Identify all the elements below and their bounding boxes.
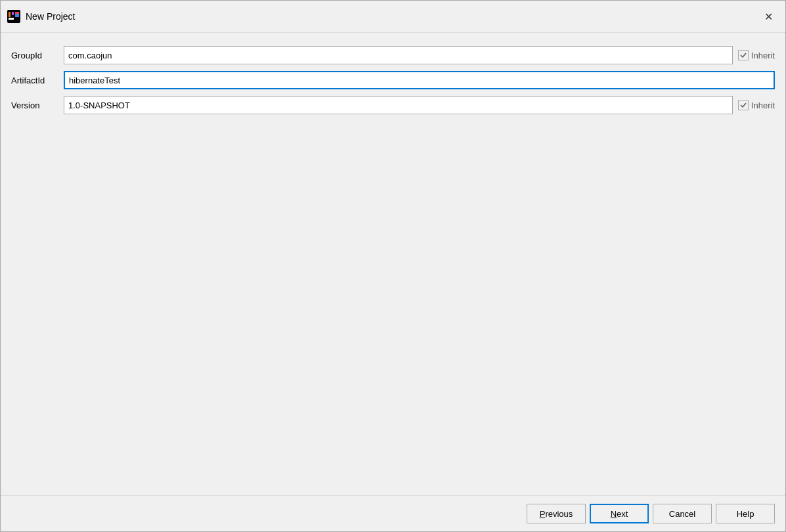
- artifact-id-label: ArtifactId: [11, 76, 64, 85]
- next-label: Next: [611, 509, 628, 519]
- bottom-bar: Previous Next Cancel Help: [1, 495, 785, 531]
- artifact-id-row: ArtifactId: [11, 71, 775, 89]
- svg-rect-1: [9, 18, 14, 20]
- svg-rect-2: [9, 12, 11, 17]
- cancel-label: Cancel: [669, 509, 695, 519]
- version-inherit-container: Inherit: [738, 100, 775, 110]
- next-button[interactable]: Next: [590, 504, 649, 523]
- previous-button[interactable]: Previous: [527, 504, 586, 523]
- version-input[interactable]: [64, 96, 733, 114]
- svg-rect-5: [15, 12, 19, 14]
- title-bar: New Project ✕: [1, 1, 785, 33]
- close-icon: ✕: [764, 11, 773, 23]
- group-id-label: GroupId: [11, 51, 64, 60]
- close-button[interactable]: ✕: [759, 7, 777, 26]
- version-label: Version: [11, 100, 64, 110]
- version-inherit-label: Inherit: [751, 100, 775, 110]
- new-project-dialog: New Project ✕ GroupId Inherit ArtifactId: [0, 0, 786, 532]
- previous-label: Previous: [540, 509, 573, 519]
- group-id-row: GroupId Inherit: [11, 46, 775, 64]
- content-area: GroupId Inherit ArtifactId Version: [1, 33, 785, 495]
- title-bar-left: New Project: [7, 10, 75, 23]
- app-icon: [7, 10, 20, 23]
- group-id-inherit-container: Inherit: [738, 50, 775, 60]
- group-id-inherit-checkbox[interactable]: [738, 50, 749, 60]
- group-id-input[interactable]: [64, 46, 733, 64]
- svg-rect-3: [12, 12, 14, 15]
- artifact-id-input[interactable]: [64, 71, 775, 89]
- version-inherit-checkbox[interactable]: [738, 100, 749, 110]
- cancel-button[interactable]: Cancel: [653, 504, 712, 523]
- help-button[interactable]: Help: [716, 504, 775, 523]
- dialog-title: New Project: [26, 11, 75, 22]
- group-id-inherit-label: Inherit: [751, 51, 775, 60]
- version-row: Version Inherit: [11, 96, 775, 114]
- help-label: Help: [737, 509, 754, 519]
